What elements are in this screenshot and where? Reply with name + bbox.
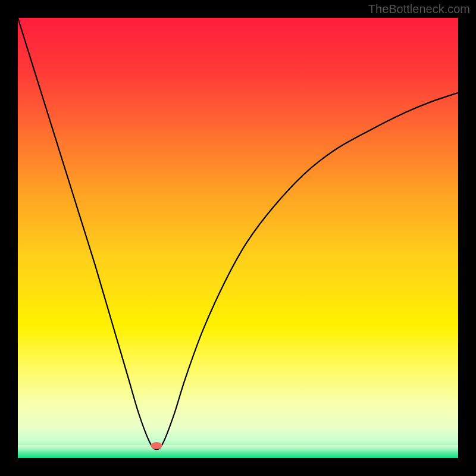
optimal-marker <box>151 442 162 449</box>
outer-frame: TheBottleneck.com <box>0 0 476 476</box>
bottleneck-line <box>18 18 458 449</box>
watermark-text: TheBottleneck.com <box>368 2 470 16</box>
plot-area <box>18 18 458 458</box>
chart-curve <box>18 18 458 458</box>
